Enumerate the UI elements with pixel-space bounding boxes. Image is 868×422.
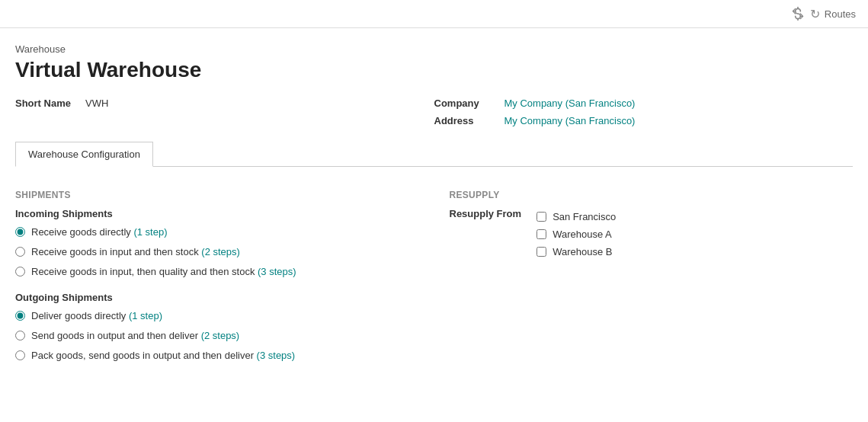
outgoing-shipments-radio-group: Deliver goods directly (1 step) Send goo… xyxy=(15,309,419,363)
incoming-option-3[interactable]: Receive goods in input, then quality and… xyxy=(15,265,419,279)
tabs: Warehouse Configuration xyxy=(15,142,853,167)
company-label: Company xyxy=(434,98,495,109)
incoming-radio-2[interactable] xyxy=(15,247,25,257)
outgoing-label-2: Send goods in output and then deliver (2… xyxy=(31,329,239,343)
outgoing-option-2[interactable]: Send goods in output and then deliver (2… xyxy=(15,329,419,343)
resupply-column: Resupply Resupply From San Francisco War… xyxy=(450,190,854,375)
incoming-label-2: Receive goods in input and then stock (2… xyxy=(31,245,240,259)
resupply-wb-label: Warehouse B xyxy=(553,246,612,257)
incoming-radio-1[interactable] xyxy=(15,227,25,237)
resupply-from-label: Resupply From xyxy=(450,208,522,219)
resupply-option-sf[interactable]: San Francisco xyxy=(536,211,616,222)
outgoing-label-1: Deliver goods directly (1 step) xyxy=(31,309,162,323)
resupply-checkbox-wa[interactable] xyxy=(536,229,546,239)
outgoing-shipments-heading: Outgoing Shipments xyxy=(15,292,419,303)
page-title: Virtual Warehouse xyxy=(15,58,853,82)
routes-sync-icon: ↻ xyxy=(810,7,820,21)
page-content: Warehouse Virtual Warehouse Short Name V… xyxy=(0,28,868,398)
incoming-label-3: Receive goods in input, then quality and… xyxy=(31,265,296,279)
top-bar: ↻ Routes xyxy=(0,0,868,28)
routes-icon xyxy=(790,6,806,21)
resupply-sf-label: San Francisco xyxy=(553,211,616,222)
incoming-radio-3[interactable] xyxy=(15,267,25,277)
outgoing-option-1[interactable]: Deliver goods directly (1 step) xyxy=(15,309,419,323)
breadcrumb: Warehouse xyxy=(15,43,853,55)
address-label: Address xyxy=(434,115,495,126)
resupply-checkbox-group: San Francisco Warehouse A Warehouse B xyxy=(536,211,616,257)
incoming-option-2[interactable]: Receive goods in input and then stock (2… xyxy=(15,245,419,259)
company-value[interactable]: My Company (San Francisco) xyxy=(504,98,636,109)
short-name-value: VWH xyxy=(85,98,108,109)
incoming-option-1[interactable]: Receive goods directly (1 step) xyxy=(15,225,419,239)
shipments-column: Shipments Incoming Shipments Receive goo… xyxy=(15,190,419,375)
fields-row: Short Name VWH Company My Company (San F… xyxy=(15,98,853,126)
routes-button[interactable]: ↻ Routes xyxy=(790,6,856,21)
config-columns: Shipments Incoming Shipments Receive goo… xyxy=(15,190,853,375)
resupply-checkbox-wb[interactable] xyxy=(536,247,546,257)
address-field: Address My Company (San Francisco) xyxy=(434,115,854,126)
config-section: Shipments Incoming Shipments Receive goo… xyxy=(15,182,853,382)
resupply-option-wb[interactable]: Warehouse B xyxy=(536,246,616,257)
resupply-checkbox-sf[interactable] xyxy=(536,212,546,222)
outgoing-radio-1[interactable] xyxy=(15,311,25,321)
outgoing-radio-2[interactable] xyxy=(15,331,25,340)
resupply-heading: Resupply xyxy=(450,190,854,200)
incoming-shipments-heading: Incoming Shipments xyxy=(15,208,419,219)
outgoing-option-3[interactable]: Pack goods, send goods in output and the… xyxy=(15,349,419,363)
incoming-shipments-radio-group: Receive goods directly (1 step) Receive … xyxy=(15,225,419,280)
shipments-heading: Shipments xyxy=(15,190,419,200)
resupply-row: Resupply From San Francisco Warehouse A xyxy=(450,208,854,257)
tab-warehouse-configuration[interactable]: Warehouse Configuration xyxy=(15,142,153,167)
routes-label: Routes xyxy=(825,8,856,20)
outgoing-radio-3[interactable] xyxy=(15,350,25,360)
resupply-option-wa[interactable]: Warehouse A xyxy=(536,229,616,240)
address-value[interactable]: My Company (San Francisco) xyxy=(504,115,636,126)
outgoing-label-3: Pack goods, send goods in output and the… xyxy=(31,349,295,363)
company-address-fields: Company My Company (San Francisco) Addre… xyxy=(434,98,854,126)
company-field: Company My Company (San Francisco) xyxy=(434,98,854,109)
short-name-field: Short Name VWH xyxy=(15,98,434,126)
resupply-wa-label: Warehouse A xyxy=(553,229,612,240)
incoming-label-1: Receive goods directly (1 step) xyxy=(31,225,167,239)
short-name-label: Short Name xyxy=(15,98,76,109)
